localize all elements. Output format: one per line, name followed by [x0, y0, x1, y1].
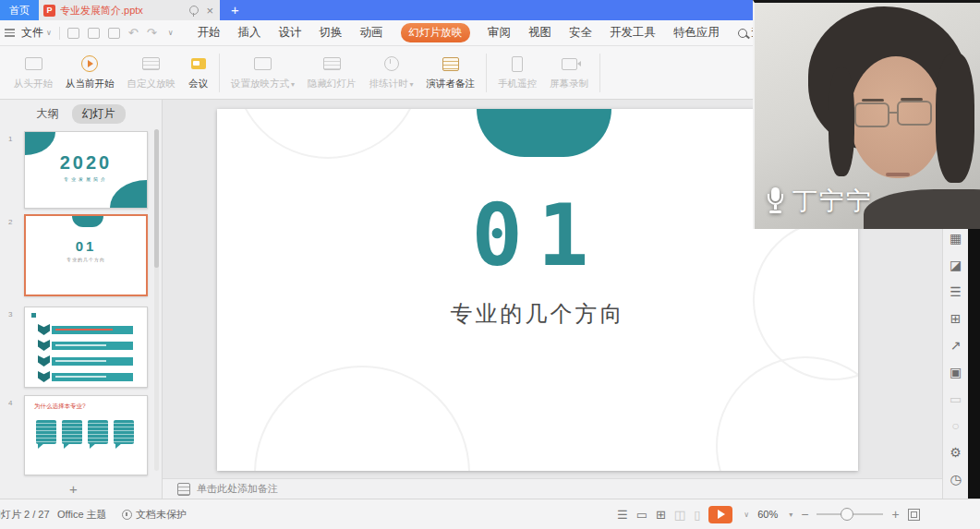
- rehearse-timing-button[interactable]: 排练计时▾: [363, 54, 420, 90]
- video-call-overlay[interactable]: 丁宁宁: [753, 0, 980, 229]
- quick-access-toolbar: ↶ ↷ ∨: [67, 27, 174, 39]
- custom-show-icon: [142, 57, 160, 70]
- slide-panel: 大纲 幻灯片 1 2020 专业发展简介 2 01 专业的几个方向 3 4: [0, 100, 163, 499]
- file-menu[interactable]: 文件: [21, 25, 43, 41]
- outline-tab[interactable]: 大纲: [37, 106, 59, 122]
- zoom-caret-icon[interactable]: ▾: [789, 511, 792, 519]
- participant-hair: [936, 54, 974, 183]
- participant-hair: [829, 67, 854, 176]
- menu-slideshow-active[interactable]: 幻灯片放映: [401, 23, 471, 42]
- slide-thumbnail-3[interactable]: [24, 307, 148, 388]
- slide-thumbnail-2-selected[interactable]: 01 专业的几个方向: [24, 214, 148, 296]
- slide-sorter-icon[interactable]: ⊞: [656, 508, 666, 522]
- qat-more-icon[interactable]: ∨: [168, 29, 174, 37]
- close-tab-icon[interactable]: ×: [206, 5, 213, 17]
- menu-special-apps[interactable]: 特色应用: [673, 25, 720, 41]
- speech-bubble: [62, 420, 82, 444]
- save-icon[interactable]: [67, 28, 79, 39]
- undo-icon[interactable]: ↶: [128, 27, 139, 39]
- protection-icon: [122, 510, 132, 520]
- share-icon[interactable]: ↗: [950, 338, 962, 353]
- chart-icon[interactable]: ◪: [950, 258, 962, 272]
- slide-thumbnail-4[interactable]: 为什么选择本专业?: [24, 395, 148, 475]
- menu-security[interactable]: 安全: [569, 25, 592, 41]
- notes-view-icon[interactable]: ☰: [617, 508, 628, 522]
- slide-thumbnail-1[interactable]: 2020 专业发展简介: [24, 131, 148, 209]
- settings-gear-icon[interactable]: ⚙: [950, 445, 962, 460]
- play-from-start-icon: [25, 57, 42, 70]
- wps-presentation-window: 首页 P 专业发展简介.pptx × + 文件 ∨ ↶ ↷ ∨ 开始 插入 设计…: [0, 0, 980, 529]
- divider: [486, 54, 487, 92]
- menu-insert[interactable]: 插入: [238, 25, 261, 41]
- menu-design[interactable]: 设计: [279, 25, 302, 41]
- menu-animations[interactable]: 动画: [360, 25, 383, 41]
- participant-shoulders: [864, 189, 980, 229]
- copy-pages-icon[interactable]: ⊞: [950, 311, 962, 326]
- menu-start[interactable]: 开始: [198, 25, 221, 41]
- hide-slide-icon: [323, 57, 341, 70]
- start-slideshow-button[interactable]: [708, 506, 732, 523]
- protection-status[interactable]: 文档未保护: [122, 508, 187, 522]
- decorative-circle: [254, 366, 470, 471]
- print-icon[interactable]: [88, 28, 100, 39]
- adjust-icon[interactable]: ☰: [950, 284, 962, 299]
- new-tab-button[interactable]: +: [231, 2, 239, 18]
- hide-slide-button[interactable]: 隐藏幻灯片: [301, 54, 363, 90]
- resource-box-icon[interactable]: ▣: [950, 365, 962, 379]
- hamburger-menu-icon[interactable]: [5, 27, 15, 38]
- phone-remote-button[interactable]: 手机遥控: [491, 54, 543, 90]
- status-bar-controls: ☰ ▭ ⊞ ◫ ▯ ∨ 60% ▾ − +: [617, 499, 920, 529]
- slide-number-label: 1: [8, 135, 12, 143]
- add-slide-button[interactable]: +: [0, 481, 147, 497]
- setup-show-button[interactable]: 设置放映方式▾: [224, 54, 301, 90]
- screen-record-button[interactable]: 屏幕录制: [543, 54, 595, 90]
- grid-view-icon[interactable]: ▦: [950, 231, 962, 246]
- zoom-level[interactable]: 60%: [757, 509, 778, 520]
- reading-view-icon: ◫: [674, 508, 685, 522]
- zoom-slider-handle[interactable]: [841, 508, 853, 521]
- notes-placeholder: 单击此处添加备注: [197, 482, 278, 496]
- pin-tab-icon[interactable]: [189, 6, 199, 15]
- participant-mouth: [886, 173, 910, 176]
- presenter-notes-icon: [442, 57, 459, 71]
- eyebrow: [862, 99, 884, 102]
- custom-show-button[interactable]: 自定义放映: [121, 54, 183, 90]
- panel-tabs: 大纲 幻灯片: [0, 100, 162, 127]
- menu-transitions[interactable]: 切换: [320, 25, 343, 41]
- chevron-icon: [38, 340, 50, 351]
- chevron-list: [38, 324, 133, 387]
- history-clock-icon[interactable]: ◷: [950, 472, 961, 487]
- presenter-notes-button[interactable]: 演讲者备注: [420, 54, 482, 90]
- glasses-bridge: [889, 112, 897, 114]
- export-icon[interactable]: [108, 28, 120, 39]
- file-menu-caret-icon[interactable]: ∨: [46, 29, 52, 37]
- slides-tab-active[interactable]: 幻灯片: [72, 104, 126, 124]
- zoom-out-button[interactable]: −: [801, 507, 808, 522]
- from-beginning-button[interactable]: 从头开始: [7, 54, 59, 90]
- fit-slide-icon[interactable]: [908, 509, 920, 521]
- teal-semicircle: [72, 216, 103, 227]
- home-tab[interactable]: 首页: [0, 0, 39, 20]
- chevron-icon: [38, 371, 50, 382]
- timer-icon: [384, 56, 399, 71]
- document-tab[interactable]: P 专业发展简介.pptx ×: [39, 0, 220, 20]
- speech-bubble: [36, 420, 56, 444]
- play-circle-icon: [81, 55, 98, 72]
- decorative-circle: [716, 356, 858, 471]
- camera-icon: [562, 58, 577, 70]
- from-current-button[interactable]: 从当前开始: [59, 54, 121, 90]
- chevron-icon: [38, 324, 50, 335]
- slideshow-options-caret-icon[interactable]: ∨: [744, 511, 749, 519]
- sidebar-scrollbar[interactable]: [154, 129, 159, 471]
- menu-review[interactable]: 审阅: [488, 25, 511, 41]
- notes-bar[interactable]: 单击此处添加备注: [163, 478, 942, 499]
- menu-view[interactable]: 视图: [528, 25, 551, 41]
- redo-icon[interactable]: ↷: [147, 27, 157, 39]
- normal-view-icon[interactable]: ▭: [636, 508, 647, 522]
- meeting-button[interactable]: 会议: [182, 54, 214, 90]
- zoom-in-button[interactable]: +: [891, 507, 899, 522]
- menu-devtools[interactable]: 开发工具: [610, 25, 656, 41]
- meeting-icon: [191, 58, 206, 69]
- ppt-file-icon: P: [43, 5, 55, 17]
- zoom-slider[interactable]: [817, 513, 883, 515]
